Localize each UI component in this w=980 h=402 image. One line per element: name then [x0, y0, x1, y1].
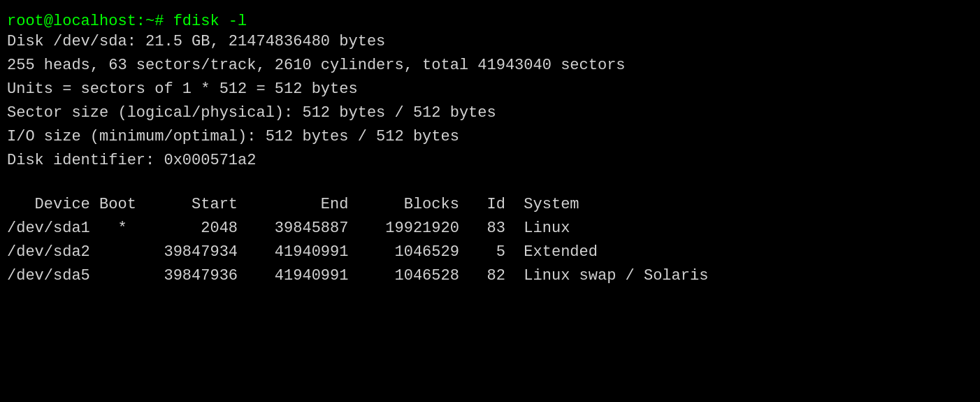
sector-size-line: Sector size (logical/physical): 512 byte… — [7, 101, 973, 125]
prompt-line: root@localhost:~# fdisk -l — [7, 13, 247, 30]
table-row-sda2: /dev/sda2 39847934 41940991 1046529 5 Ex… — [7, 241, 973, 264]
disk-info-line: Disk /dev/sda: 21.5 GB, 21474836480 byte… — [7, 30, 973, 54]
heads-sectors-line: 255 heads, 63 sectors/track, 2610 cylind… — [7, 54, 973, 78]
table-row-sda5: /dev/sda5 39847936 41940991 1046528 82 L… — [7, 264, 973, 288]
units-line: Units = sectors of 1 * 512 = 512 bytes — [7, 78, 973, 101]
table-row-sda1: /dev/sda1 * 2048 39845887 19921920 83 Li… — [7, 217, 973, 241]
io-size-line: I/O size (minimum/optimal): 512 bytes / … — [7, 125, 973, 149]
spacer — [7, 173, 973, 193]
table-header: Device Boot Start End Blocks Id System — [7, 193, 973, 217]
disk-identifier-line: Disk identifier: 0x000571a2 — [7, 149, 973, 173]
